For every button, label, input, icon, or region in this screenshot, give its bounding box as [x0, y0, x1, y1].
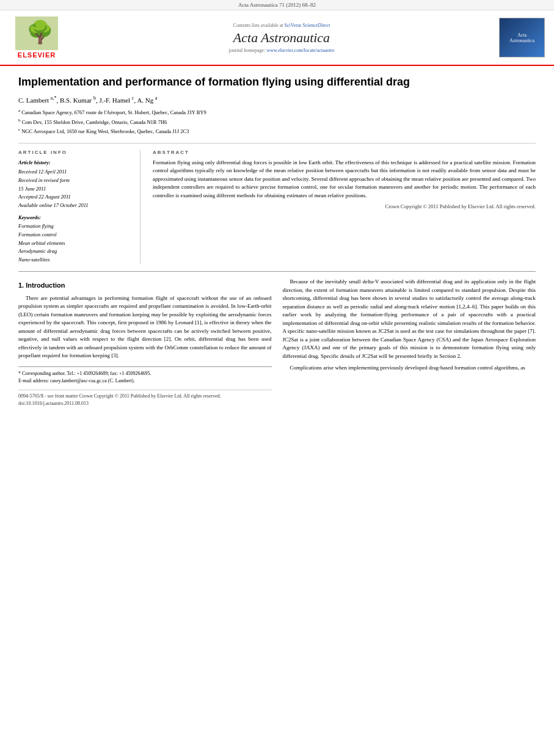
sciverse-link[interactable]: SciVerse ScienceDirect [285, 23, 330, 28]
journal-header: ELSEVIER Contents lists available at Sci… [0, 10, 554, 66]
sciverse-line: Contents lists available at SciVerse Sci… [70, 23, 493, 28]
intro-para-3-text: Complications arise when implementing pr… [290, 365, 525, 371]
intro-para-1: There are potential advantages in perfor… [18, 294, 272, 360]
affiliation-b: b Com Dev, 155 Sheldon Drive, Cambridge,… [18, 117, 536, 126]
journal-homepage: journal homepage: www.elsevier.com/locat… [70, 48, 493, 53]
elsevier-logo-right: ActaAstronautica [499, 18, 545, 57]
footer-copyright: 0094-5765/$ - see front matter Crown Cop… [18, 393, 272, 400]
intro-para-2: Because of the inevitably small delta-V … [283, 278, 536, 360]
keyword-4: Aerodynamic drag [18, 247, 131, 256]
section-1-title: 1. Introduction [18, 280, 272, 291]
received-revised-label: Received in revised form [18, 176, 131, 185]
journal-citation: Acta Astronautica 71 (2012) 68–82 [238, 2, 316, 8]
affiliation-c: c NGC Aerospace Ltd, 1650 rue King West,… [18, 126, 536, 136]
elsevier-tree-image [15, 16, 58, 50]
article-info-label: ARTICLE INFO [18, 150, 131, 155]
copyright-line: Crown Copyright © 2011 Published by Else… [153, 203, 536, 209]
journal-homepage-link[interactable]: www.elsevier.com/locate/actaastro [266, 48, 334, 53]
article-title: Implementation and performance of format… [18, 75, 536, 89]
journal-title: Acta Astronautica [70, 30, 493, 46]
footer-doi: doi:10.1016/j.actaastro.2011.08.013 [18, 400, 272, 407]
keyword-1: Formation flying [18, 222, 131, 231]
article-history: Article history: Received 12 April 2011 … [18, 159, 131, 210]
article-history-title: Article history: [18, 159, 131, 167]
elsevier-brand-text: ELSEVIER [18, 51, 56, 59]
revised-date: 15 June 2011 [18, 185, 131, 194]
authors-line: C. Lambert a,*, B.S. Kumar b, J.-F. Hame… [18, 95, 536, 104]
affiliation-a: a Canadian Space Agency, 6767 route de l… [18, 107, 536, 117]
body-left-column: 1. Introduction There are potential adva… [18, 278, 272, 407]
abstract-text: Formation flying using only differential… [153, 159, 536, 200]
elsevier-logo-left: ELSEVIER [9, 16, 64, 59]
journal-citation-bar: Acta Astronautica 71 (2012) 68–82 [0, 0, 554, 10]
keyword-3: Mean orbital elements [18, 239, 131, 248]
footnote-corresponding: * Corresponding author. Tel.: +1 4509264… [18, 370, 272, 377]
abstract-column: ABSTRACT Formation flying using only dif… [153, 150, 536, 264]
footnote-area: * Corresponding author. Tel.: +1 4509264… [18, 366, 272, 385]
keywords-list: Formation flying Formation control Mean … [18, 222, 131, 264]
keyword-2: Formation control [18, 231, 131, 239]
available-date: Available online 17 October 2011 [18, 202, 131, 210]
keywords-title: Keywords: [18, 214, 131, 220]
affiliations: a Canadian Space Agency, 6767 route de l… [18, 107, 536, 136]
main-content: Implementation and performance of format… [0, 66, 554, 416]
body-divider [18, 271, 536, 272]
accepted-date: Accepted 22 August 2011 [18, 193, 131, 202]
footer-line: 0094-5765/$ - see front matter Crown Cop… [18, 390, 272, 407]
info-abstract-columns: ARTICLE INFO Article history: Received 1… [18, 150, 536, 264]
article-info-column: ARTICLE INFO Article history: Received 1… [18, 150, 140, 264]
body-columns: 1. Introduction There are potential adva… [18, 278, 536, 407]
body-right-column: Because of the inevitably small delta-V … [283, 278, 536, 407]
received-date: Received 12 April 2011 [18, 168, 131, 176]
keyword-5: Nano-satellites [18, 256, 131, 264]
footnote-email: E-mail address: casey.lambert@asc-csa.gc… [18, 377, 272, 385]
abstract-label: ABSTRACT [153, 150, 536, 155]
section-divider-1 [18, 143, 536, 144]
journal-center-info: Contents lists available at SciVerse Sci… [70, 23, 493, 53]
intro-para-3: Complications arise when implementing pr… [283, 364, 536, 373]
right-logo-text: ActaAstronautica [507, 30, 537, 46]
